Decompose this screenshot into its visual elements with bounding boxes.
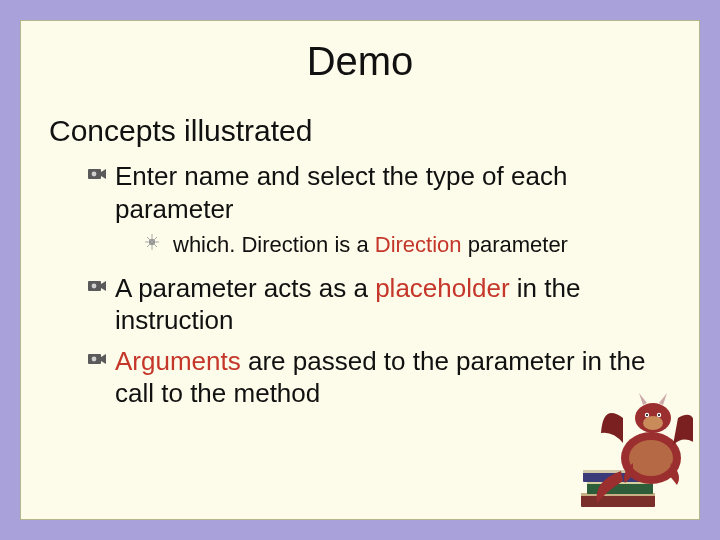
svg-rect-16 bbox=[583, 470, 653, 473]
sub-bullet-highlight: Direction bbox=[375, 232, 462, 257]
slide-subtitle: Concepts illustrated bbox=[49, 114, 671, 148]
svg-rect-11 bbox=[581, 493, 655, 507]
svg-rect-14 bbox=[587, 481, 653, 484]
bullet-list: Enter name and select the type of each p… bbox=[49, 160, 671, 410]
sub-bullet-prefix: which. Direction is a bbox=[173, 232, 375, 257]
camera-bullet-icon bbox=[87, 277, 107, 295]
bullet-text-a: A parameter acts as a bbox=[115, 273, 375, 303]
svg-rect-15 bbox=[583, 470, 653, 482]
sub-bullet-suffix: parameter bbox=[462, 232, 568, 257]
svg-point-20 bbox=[643, 416, 663, 430]
slide-body: Demo Concepts illustrated Enter name and… bbox=[20, 20, 700, 520]
bullet-item: A parameter acts as a placeholder in the… bbox=[87, 272, 671, 337]
svg-point-17 bbox=[621, 432, 681, 484]
svg-rect-12 bbox=[581, 493, 655, 496]
slide-background: Demo Concepts illustrated Enter name and… bbox=[0, 0, 720, 540]
sub-bullet-item: which. Direction is a Direction paramete… bbox=[145, 231, 671, 260]
bullet-highlight: placeholder bbox=[375, 273, 509, 303]
bullet-item: Enter name and select the type of each p… bbox=[87, 160, 671, 260]
bullet-item: Arguments are passed to the parameter in… bbox=[87, 345, 671, 410]
bullet-text: Enter name and select the type of each p… bbox=[115, 161, 567, 224]
svg-point-21 bbox=[645, 413, 649, 417]
slide-title: Demo bbox=[49, 39, 671, 84]
svg-point-24 bbox=[658, 414, 660, 416]
svg-point-22 bbox=[657, 413, 661, 417]
svg-rect-13 bbox=[587, 481, 653, 494]
svg-point-1 bbox=[92, 172, 97, 177]
svg-point-18 bbox=[629, 440, 673, 476]
spark-bullet-icon bbox=[145, 234, 163, 250]
camera-bullet-icon bbox=[87, 350, 107, 368]
svg-point-10 bbox=[92, 356, 97, 361]
svg-point-8 bbox=[92, 283, 97, 288]
svg-point-23 bbox=[646, 414, 648, 416]
camera-bullet-icon bbox=[87, 165, 107, 183]
bullet-highlight: Arguments bbox=[115, 346, 241, 376]
